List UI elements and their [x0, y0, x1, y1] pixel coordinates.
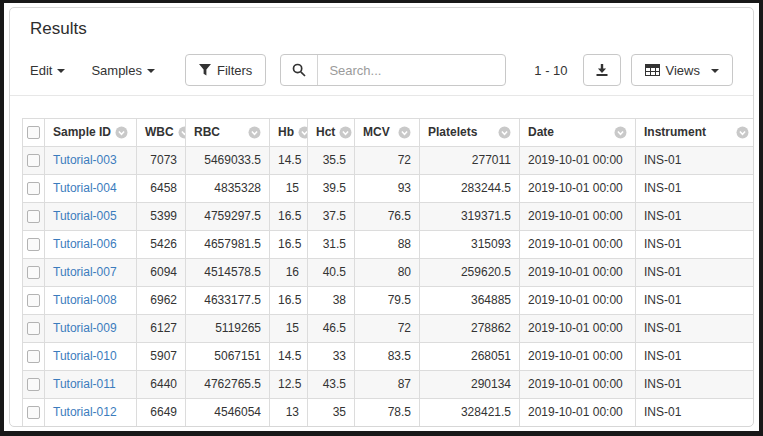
- cell-hct: 46.5: [308, 315, 355, 343]
- header-row: Sample IDWBCRBCHbHctMCVPlateletsDateInst…: [23, 119, 755, 147]
- row-checkbox[interactable]: [27, 350, 40, 363]
- results-panel: Results Edit Samples Filters: [9, 7, 754, 427]
- sample-id-link[interactable]: Tutorial-009: [53, 321, 117, 335]
- column-header-label: Platelets: [428, 125, 477, 140]
- cell-mcv: 78.5: [355, 399, 420, 427]
- row-checkbox[interactable]: [27, 238, 40, 251]
- column-menu-icon[interactable]: [339, 126, 352, 139]
- column-header-instrument[interactable]: Instrument: [636, 119, 755, 147]
- column-menu-icon[interactable]: [614, 126, 627, 139]
- column-header-label: Hb: [278, 125, 294, 140]
- sample-id-link[interactable]: Tutorial-006: [53, 237, 117, 251]
- sample-id-link[interactable]: Tutorial-007: [53, 265, 117, 279]
- column-header-date[interactable]: Date: [520, 119, 636, 147]
- cell-sample-id: Tutorial-012: [45, 399, 137, 427]
- cell-instrument: INS-01: [636, 231, 755, 259]
- sample-id-link[interactable]: Tutorial-012: [53, 405, 117, 419]
- row-checkbox[interactable]: [27, 266, 40, 279]
- column-menu-icon[interactable]: [298, 126, 308, 139]
- table-grid-icon: [645, 64, 660, 76]
- column-header-sample-id[interactable]: Sample ID: [45, 119, 137, 147]
- cell-platelets: 268051: [420, 343, 520, 371]
- cell-mcv: 93: [355, 175, 420, 203]
- row-checkbox[interactable]: [27, 154, 40, 167]
- row-checkbox[interactable]: [27, 322, 40, 335]
- column-menu-icon[interactable]: [736, 126, 749, 139]
- column-header-hb[interactable]: Hb: [270, 119, 308, 147]
- cell-wbc: 6127: [137, 315, 186, 343]
- column-menu-icon[interactable]: [398, 126, 411, 139]
- cell-rbc: 4759297.5: [186, 203, 270, 231]
- cell-platelets: 278862: [420, 315, 520, 343]
- sample-id-link[interactable]: Tutorial-004: [53, 181, 117, 195]
- row-checkbox[interactable]: [27, 378, 40, 391]
- toolbar: Edit Samples Filters: [30, 54, 733, 86]
- results-grid-container: Sample IDWBCRBCHbHctMCVPlateletsDateInst…: [22, 118, 753, 427]
- cell-mcv: 76.5: [355, 203, 420, 231]
- cell-date: 2019-10-01 00:00: [520, 287, 636, 315]
- cell-mcv: 87: [355, 371, 420, 399]
- column-header-label: MCV: [363, 125, 390, 140]
- export-button[interactable]: [583, 54, 621, 86]
- funnel-icon: [199, 64, 211, 76]
- cell-wbc: 6440: [137, 371, 186, 399]
- views-button[interactable]: Views: [631, 54, 733, 86]
- cell-wbc: 7073: [137, 147, 186, 175]
- cell-instrument: INS-01: [636, 259, 755, 287]
- row-checkbox[interactable]: [27, 294, 40, 307]
- select-all-checkbox[interactable]: [27, 126, 40, 139]
- cell-hct: 39.5: [308, 175, 355, 203]
- row-checkbox[interactable]: [27, 210, 40, 223]
- cell-date: 2019-10-01 00:00: [520, 203, 636, 231]
- cell-instrument: INS-01: [636, 287, 755, 315]
- chevron-down-icon: [57, 69, 65, 73]
- column-menu-icon[interactable]: [498, 126, 511, 139]
- select-all-header-cell: [23, 119, 45, 147]
- edit-dropdown[interactable]: Edit: [30, 63, 65, 78]
- column-menu-icon[interactable]: [115, 126, 128, 139]
- page-title: Results: [30, 19, 733, 39]
- column-header-wbc[interactable]: WBC: [137, 119, 186, 147]
- column-menu-icon[interactable]: [178, 126, 186, 139]
- row-select-cell: [23, 399, 45, 427]
- column-header-label: Instrument: [644, 125, 706, 140]
- screenshot-frame: Results Edit Samples Filters: [0, 0, 763, 436]
- sample-id-link[interactable]: Tutorial-003: [53, 153, 117, 167]
- cell-rbc: 4633177.5: [186, 287, 270, 315]
- cell-sample-id: Tutorial-004: [45, 175, 137, 203]
- cell-mcv: 88: [355, 231, 420, 259]
- download-icon: [595, 63, 609, 77]
- column-header-platelets[interactable]: Platelets: [420, 119, 520, 147]
- chevron-down-icon: [711, 69, 719, 73]
- cell-rbc: 5067151: [186, 343, 270, 371]
- row-checkbox[interactable]: [27, 182, 40, 195]
- cell-wbc: 5426: [137, 231, 186, 259]
- cell-hb: 16.5: [270, 203, 308, 231]
- sample-id-link[interactable]: Tutorial-011: [53, 377, 116, 391]
- filters-button[interactable]: Filters: [185, 54, 266, 86]
- cell-platelets: 319371.5: [420, 203, 520, 231]
- cell-wbc: 5399: [137, 203, 186, 231]
- sample-id-link[interactable]: Tutorial-005: [53, 209, 117, 223]
- cell-hb: 12.5: [270, 371, 308, 399]
- cell-hct: 40.5: [308, 259, 355, 287]
- row-checkbox[interactable]: [27, 406, 40, 419]
- cell-rbc: 4762765.5: [186, 371, 270, 399]
- column-menu-icon[interactable]: [248, 126, 261, 139]
- table-row: Tutorial-01164404762765.512.543.58729013…: [23, 371, 755, 399]
- cell-rbc: 4835328: [186, 175, 270, 203]
- samples-dropdown[interactable]: Samples: [91, 63, 155, 78]
- table-header: Sample IDWBCRBCHbHctMCVPlateletsDateInst…: [23, 119, 755, 147]
- search-input[interactable]: [318, 55, 505, 85]
- cell-mcv: 79.5: [355, 287, 420, 315]
- sample-id-link[interactable]: Tutorial-010: [53, 349, 117, 363]
- search-icon[interactable]: [281, 55, 318, 85]
- sample-id-link[interactable]: Tutorial-008: [53, 293, 117, 307]
- cell-hb: 13: [270, 399, 308, 427]
- column-header-rbc[interactable]: RBC: [186, 119, 270, 147]
- column-header-mcv[interactable]: MCV: [355, 119, 420, 147]
- column-header-hct[interactable]: Hct: [308, 119, 355, 147]
- row-select-cell: [23, 175, 45, 203]
- cell-platelets: 364885: [420, 287, 520, 315]
- chevron-down-icon: [147, 69, 155, 73]
